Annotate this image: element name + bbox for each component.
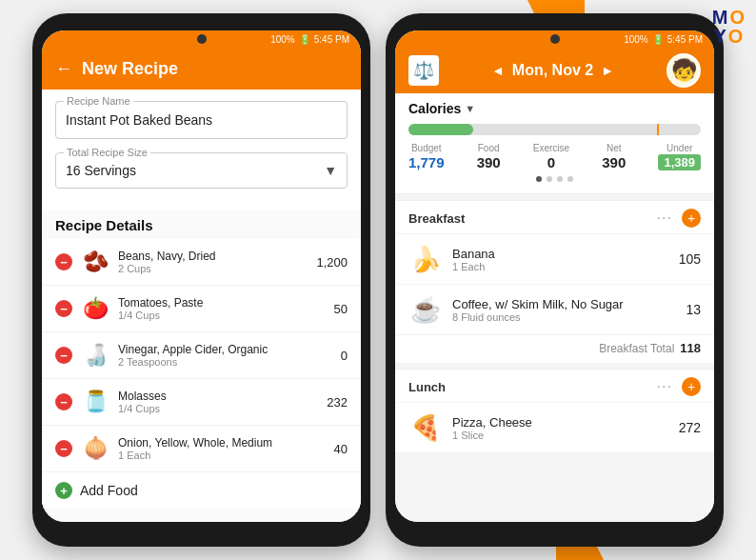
ingredient-calories: 1,200: [316, 255, 348, 270]
right-phone-screen: 100% 🔋 5:45 PM ⚖️ ◄ Mon, Nov 2 ► 🧒: [395, 30, 714, 522]
breakfast-add-button[interactable]: +: [682, 209, 701, 228]
add-food-button[interactable]: +: [55, 482, 72, 499]
calories-stats: Budget 1,779 Food 390 Exercise 0: [408, 143, 701, 170]
total-size-label: Total Recipe Size: [64, 147, 150, 158]
pizza-icon: 🍕: [408, 410, 443, 445]
banana-icon: 🍌: [408, 242, 443, 276]
food-calories: 105: [679, 251, 701, 267]
ingredient-item: − 🫙 Molasses 1/4 Cups 232: [42, 379, 361, 426]
left-battery-pct: 100%: [270, 34, 295, 45]
right-screen-content: Calories ▼ Budget 1,779: [395, 93, 714, 522]
back-button[interactable]: ←: [55, 59, 72, 79]
calories-progress-bar: [408, 124, 701, 135]
food-serving: 8 Fluid ounces: [452, 311, 676, 323]
date-navigation: ◄ Mon, Nov 2 ►: [491, 62, 614, 79]
food-item: ☕ Coffee, w/ Skim Milk, No Sugar 8 Fluid…: [395, 284, 714, 334]
remove-ingredient-button[interactable]: −: [55, 253, 72, 270]
stat-net-label: Net: [607, 143, 622, 153]
brand-o1: O: [729, 8, 745, 27]
dot-3: [557, 176, 563, 182]
food-name: Banana: [452, 247, 669, 261]
left-phone: 100% 🔋 5:45 PM ← New Recipe Recipe Name …: [32, 13, 370, 547]
right-phone: 100% 🔋 5:45 PM ⚖️ ◄ Mon, Nov 2 ► 🧒: [386, 13, 724, 547]
ingredient-amount: 2 Cups: [118, 263, 308, 274]
select-chevron-icon: ▼: [324, 163, 337, 178]
ingredient-item: − 🍅 Tomatoes, Paste 1/4 Cups 50: [42, 286, 361, 332]
ingredient-amount: 1/4 Cups: [118, 310, 327, 321]
food-name: Pizza, Cheese: [452, 415, 669, 430]
scale-icon: ⚖️: [408, 55, 439, 86]
current-date: Mon, Nov 2: [512, 62, 593, 79]
breakfast-total-label: Breakfast Total: [599, 342, 674, 355]
prev-date-button[interactable]: ◄: [491, 63, 505, 78]
stat-budget-value: 1,779: [408, 154, 445, 170]
brand-o2: O: [728, 27, 744, 46]
ingredient-item: − 🧅 Onion, Yellow, Whole, Medium 1 Each …: [42, 426, 361, 472]
stat-under-value: 1,389: [658, 154, 701, 170]
stat-food: Food 390: [477, 143, 501, 170]
remove-ingredient-button[interactable]: −: [55, 347, 72, 364]
lunch-actions: ··· +: [657, 377, 701, 396]
calories-dropdown-icon[interactable]: ▼: [465, 103, 475, 114]
add-food-label: Add Food: [80, 483, 138, 498]
ingredient-info: Tomatoes, Paste 1/4 Cups: [118, 296, 327, 321]
right-battery-pct: 100%: [624, 34, 648, 45]
brand-y: Y: [713, 27, 726, 46]
calories-budget-marker: [657, 124, 659, 135]
food-calories: 272: [679, 420, 701, 435]
ingredient-calories: 232: [327, 395, 348, 410]
recipe-name-input[interactable]: Recipe Name Instant Pot Baked Beans: [55, 101, 348, 139]
ingredient-name: Molasses: [118, 390, 319, 403]
dot-1: [536, 176, 542, 182]
stat-under-label: Under: [666, 143, 692, 153]
screen-scroll: Calories ▼ Budget 1,779: [395, 93, 714, 522]
stat-under: Under 1,389: [658, 143, 701, 170]
brand-m: M: [712, 8, 728, 27]
calories-title: Calories: [408, 101, 461, 116]
brand-logo: M O Y O: [712, 8, 745, 46]
breakfast-section: Breakfast ··· + 🍌 Banana 1 Each: [395, 200, 714, 363]
food-calories: 13: [686, 302, 701, 317]
stat-budget-label: Budget: [411, 143, 442, 153]
add-food-row: + Add Food: [42, 472, 361, 509]
ingredient-item: − 🍶 Vinegar, Apple Cider, Organic 2 Teas…: [42, 332, 361, 379]
dot-2: [547, 176, 552, 182]
left-time: 5:45 PM: [314, 34, 349, 45]
remove-ingredient-button[interactable]: −: [55, 440, 72, 457]
food-item: 🍕 Pizza, Cheese 1 Slice 272: [395, 402, 714, 452]
dot-4: [567, 176, 573, 182]
left-screen-content: Recipe Name Instant Pot Baked Beans Tota…: [42, 90, 361, 522]
remove-ingredient-button[interactable]: −: [55, 300, 72, 317]
food-item: 🍌 Banana 1 Each 105: [395, 233, 714, 284]
food-serving: 1 Each: [452, 261, 669, 272]
remove-ingredient-button[interactable]: −: [55, 393, 72, 410]
total-size-select[interactable]: Total Recipe Size 16 Servings ▼: [55, 152, 348, 189]
lunch-section: Lunch ··· + 🍕 Pizza, Cheese 1 Slice: [395, 369, 714, 452]
user-avatar[interactable]: 🧒: [666, 53, 701, 88]
left-battery-icon: 🔋: [299, 34, 310, 45]
breakfast-actions: ··· +: [657, 209, 701, 228]
breakfast-label: Breakfast: [408, 211, 465, 226]
ingredient-icon: 🧅: [80, 433, 110, 464]
ingredient-info: Vinegar, Apple Cider, Organic 2 Teaspoon…: [118, 343, 333, 368]
calories-progress-fill: [408, 124, 473, 135]
calories-section: Calories ▼ Budget 1,779: [395, 93, 714, 194]
ingredient-info: Molasses 1/4 Cups: [118, 390, 319, 414]
phone-camera-left: [197, 34, 207, 44]
breakfast-more-button[interactable]: ···: [657, 210, 672, 227]
stat-exercise-label: Exercise: [533, 143, 569, 153]
stat-net: Net 390: [602, 143, 626, 170]
lunch-add-button[interactable]: +: [682, 377, 701, 396]
ingredient-list: − 🫘 Beans, Navy, Dried 2 Cups 1,200 − 🍅: [42, 239, 361, 509]
breakfast-total-value: 118: [680, 341, 701, 355]
ingredient-icon: 🫙: [80, 387, 110, 417]
stat-net-value: 390: [602, 154, 626, 170]
left-app-header: ← New Recipe: [42, 48, 361, 90]
food-info: Coffee, w/ Skim Milk, No Sugar 8 Fluid o…: [452, 297, 676, 323]
ingredient-info: Beans, Navy, Dried 2 Cups: [118, 250, 308, 274]
ingredient-icon: 🍶: [80, 340, 110, 370]
lunch-label: Lunch: [408, 380, 446, 394]
next-date-button[interactable]: ►: [601, 63, 614, 78]
lunch-more-button[interactable]: ···: [657, 378, 672, 395]
ingredient-amount: 2 Teaspoons: [118, 356, 333, 368]
